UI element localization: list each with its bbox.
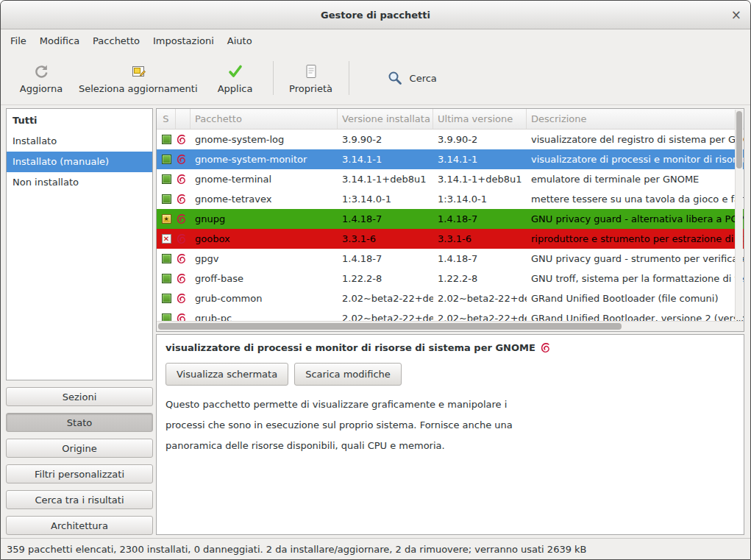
table-row[interactable]: grub-common 2.02~beta2-22+de 2.02~beta2-… (157, 288, 744, 308)
status-bar-text: 359 pacchetti elencati, 2300 installati,… (7, 544, 587, 555)
debian-swirl-icon (176, 154, 187, 165)
description-line: processi che sono in esecuzione sul prop… (165, 415, 735, 436)
window-title: Gestore di pacchetti (321, 10, 430, 21)
latest-version: 3.9.90-2 (433, 134, 527, 145)
installed-version: 1.4.18-7 (338, 213, 433, 224)
table-row[interactable]: grub-pc 2.02~beta2-22+de 2.02~beta2-22+d… (157, 308, 744, 321)
table-row[interactable]: gpgv 1.4.18-7 1.4.18-7 GNU privacy guard… (157, 249, 744, 269)
apply-button[interactable]: Applica (205, 59, 266, 97)
filter-mode-button[interactable]: Cerca tra i risultati (6, 490, 153, 509)
debian-swirl-icon (176, 273, 187, 284)
menu-item[interactable]: Impostazioni (146, 32, 221, 50)
properties-button[interactable]: Proprietà (281, 59, 341, 97)
status-filter-item[interactable]: Tutti (7, 110, 152, 131)
description-line: panoramica delle risorse disponibili, qu… (165, 436, 735, 456)
filter-mode-button[interactable]: Filtri personalizzati (6, 464, 153, 483)
installed-version: 1.22.2-8 (338, 273, 433, 284)
package-description: visualizzatore di processi e monitor di … (527, 154, 744, 165)
package-description: GRand Unified Bootloader (file comuni) (527, 293, 744, 304)
toolbar: Aggiorna Seleziona aggiornamenti Applica… (1, 52, 750, 105)
refresh-button[interactable]: Aggiorna (11, 59, 71, 97)
column-header[interactable] (176, 109, 191, 129)
filter-mode-button[interactable]: Sezioni (6, 387, 153, 406)
table-row[interactable]: gnome-system-monitor 3.14.1-1 3.14.1-1 v… (157, 149, 744, 169)
mark-upgrades-icon (129, 62, 147, 81)
package-name: goobox (191, 233, 338, 244)
status-cell[interactable] (157, 194, 176, 204)
details-title-row: visualizzatore di processi e monitor di … (165, 342, 735, 353)
horizontal-scrollbar-thumb[interactable] (158, 323, 622, 330)
search-label: Cerca (410, 73, 437, 84)
package-name: gnupg (191, 213, 338, 224)
column-header[interactable]: S (157, 109, 176, 129)
package-description: mettere tessere su una tavola da gioco e… (527, 194, 744, 205)
installed-version: 3.3.1-6 (338, 233, 433, 244)
package-details-panel: visualizzatore di processi e monitor di … (156, 334, 744, 535)
installed-version: 3.14.1-1+deb8u1 (338, 174, 433, 185)
package-name: gnome-tetravex (191, 194, 338, 205)
table-row[interactable]: gnome-terminal 3.14.1-1+deb8u1 3.14.1-1+… (157, 169, 744, 189)
status-cell[interactable] (157, 174, 176, 184)
description-line: Questo pacchetto permette di visualizzar… (165, 394, 735, 415)
table-row[interactable]: goobox 3.3.1-6 3.3.1-6 riproduttore e st… (157, 229, 744, 249)
status-cell[interactable] (157, 155, 176, 164)
latest-version: 1.4.18-7 (433, 213, 527, 224)
column-header[interactable]: Versione installata (338, 109, 433, 129)
filter-mode-button[interactable]: Origine (6, 439, 153, 458)
debian-swirl-icon (176, 293, 187, 304)
mark-upgrades-button[interactable]: Seleziona aggiornamenti (71, 59, 205, 97)
filter-mode-button[interactable]: Stato (6, 413, 153, 432)
close-icon[interactable]: × (731, 7, 741, 22)
debian-swirl-icon (176, 213, 187, 224)
swirl-cell (176, 273, 191, 284)
status-cell[interactable] (157, 313, 176, 321)
toolbar-separator (273, 61, 274, 95)
debian-swirl-icon (540, 342, 551, 353)
table-row[interactable]: groff-base 1.22.2-8 1.22.2-8 GNU troff, … (157, 269, 744, 288)
status-cell[interactable] (157, 135, 176, 144)
search-button[interactable]: Cerca (376, 63, 447, 93)
apply-icon (227, 62, 244, 81)
table-row[interactable]: gnupg 1.4.18-7 1.4.18-7 GNU privacy guar… (157, 209, 744, 229)
horizontal-scrollbar[interactable] (157, 321, 744, 331)
package-description: GNU privacy guard - strumento per verifi… (527, 253, 744, 264)
status-cell[interactable] (157, 254, 176, 263)
status-filter-item[interactable]: Installato (manuale) (7, 152, 152, 172)
package-status-icon (162, 135, 171, 144)
swirl-cell (176, 134, 191, 145)
latest-version: 2.02~beta2-22+de (433, 313, 527, 321)
download-changelog-button[interactable]: Scarica modifiche (294, 363, 402, 386)
menu-item[interactable]: Pacchetto (86, 32, 146, 50)
swirl-cell (176, 233, 191, 244)
details-title: visualizzatore di processi e monitor di … (165, 342, 535, 353)
vertical-scrollbar[interactable] (735, 110, 743, 320)
refresh-icon (32, 62, 50, 81)
status-filter-item[interactable]: Non installato (7, 172, 152, 193)
vertical-scrollbar-thumb[interactable] (736, 111, 742, 169)
left-panel: Tutti Installato Installato (manuale) No… (6, 108, 153, 535)
status-cell[interactable] (157, 274, 176, 283)
package-status-icon (162, 194, 171, 204)
table-row[interactable]: gnome-system-log 3.9.90-2 3.9.90-2 visua… (157, 130, 744, 149)
status-cell[interactable] (157, 294, 176, 303)
menu-item[interactable]: Aiuto (221, 32, 259, 50)
menu-item[interactable]: File (4, 32, 33, 50)
column-header[interactable]: Pacchetto (191, 109, 338, 129)
column-header[interactable]: Descrizione (527, 109, 744, 129)
package-description: GRand Unified Bootloader, versione 2 (ve… (527, 313, 744, 321)
status-filter-item[interactable]: Installato (7, 131, 152, 152)
title-bar: Gestore di pacchetti × (1, 1, 750, 29)
view-screenshot-button[interactable]: Visualizza schermata (165, 363, 288, 386)
table-row[interactable]: gnome-tetravex 1:3.14.0-1 1:3.14.0-1 met… (157, 189, 744, 209)
menu-bar: File Modifica Pacchetto Impostazioni Aiu… (1, 29, 750, 52)
menu-item[interactable]: Modifica (33, 32, 86, 50)
column-header[interactable]: Ultima versione (433, 109, 527, 129)
refresh-label: Aggiorna (20, 83, 63, 94)
swirl-cell (176, 293, 191, 304)
debian-swirl-icon (176, 313, 187, 321)
status-cell[interactable] (157, 234, 176, 244)
filter-mode-button[interactable]: Architettura (6, 516, 153, 535)
apply-label: Applica (218, 83, 253, 94)
main-area: Tutti Installato Installato (manuale) No… (1, 105, 750, 538)
status-cell[interactable] (157, 214, 176, 224)
